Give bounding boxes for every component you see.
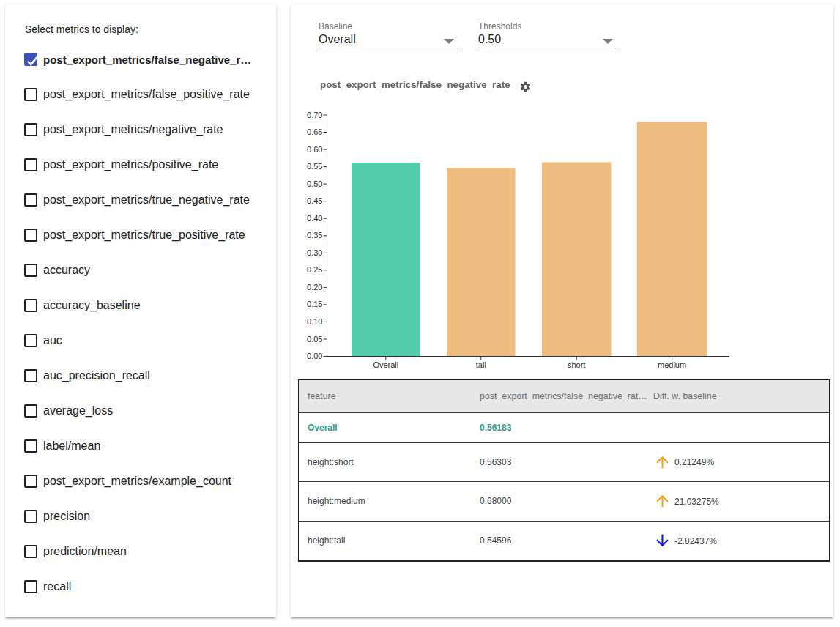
svg-text:0.30: 0.30 <box>307 248 322 257</box>
svg-text:Overall: Overall <box>373 360 398 369</box>
svg-text:tall: tall <box>476 360 486 369</box>
svg-text:0.10: 0.10 <box>307 317 322 326</box>
svg-text:medium: medium <box>658 360 686 369</box>
svg-text:short: short <box>568 360 585 369</box>
svg-text:0.50: 0.50 <box>307 179 322 188</box>
svg-text:0.65: 0.65 <box>307 127 322 136</box>
svg-text:0.05: 0.05 <box>307 335 322 344</box>
svg-text:0.70: 0.70 <box>307 111 322 119</box>
svg-text:0.55: 0.55 <box>307 162 322 171</box>
svg-text:0.00: 0.00 <box>307 352 322 360</box>
svg-text:0.40: 0.40 <box>307 214 322 223</box>
svg-text:0.45: 0.45 <box>307 196 322 205</box>
svg-text:0.20: 0.20 <box>307 283 322 292</box>
svg-text:0.35: 0.35 <box>307 231 322 240</box>
svg-text:0.25: 0.25 <box>307 265 322 274</box>
svg-text:0.15: 0.15 <box>307 300 322 308</box>
svg-text:0.60: 0.60 <box>307 145 322 154</box>
